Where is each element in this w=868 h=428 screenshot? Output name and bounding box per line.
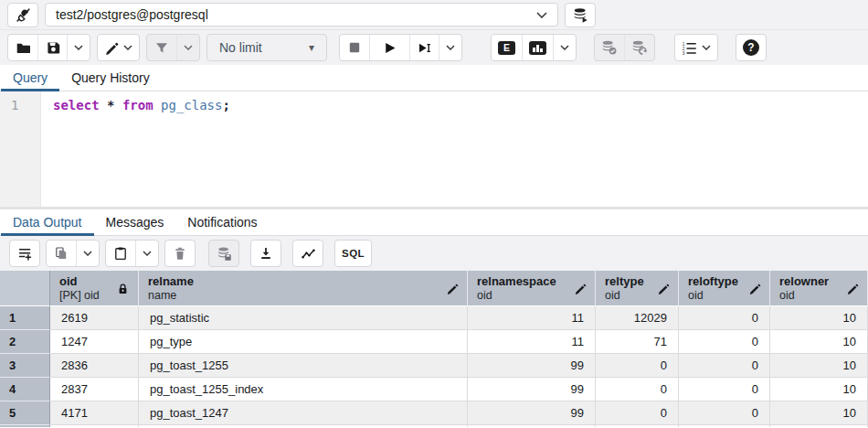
tab-data-output[interactable]: Data Output: [1, 209, 94, 235]
edit-menu-button[interactable]: [98, 35, 139, 60]
sql-star: *: [107, 98, 114, 112]
cell-relname[interactable]: pg_statistic: [139, 306, 468, 330]
column-header-oid[interactable]: oid [PK] oid: [50, 271, 139, 306]
filter-options-button[interactable]: [176, 35, 199, 60]
copy-button-group: [46, 240, 100, 267]
new-connection-button[interactable]: [565, 3, 596, 27]
connection-status-button[interactable]: [7, 3, 38, 27]
cell-relnamespace[interactable]: 99: [468, 354, 596, 378]
cell-relname[interactable]: pg_toast_1255_index: [139, 378, 468, 401]
save-data-changes-button[interactable]: [208, 240, 239, 267]
cell[interactable]: [679, 425, 770, 427]
cell[interactable]: [139, 425, 468, 427]
cell[interactable]: [770, 425, 868, 427]
cell-relnamespace[interactable]: 11: [468, 306, 596, 330]
cell-reloftype[interactable]: 0: [679, 378, 770, 401]
cell-reloftype[interactable]: 0: [679, 306, 770, 330]
tab-messages-label: Messages: [106, 215, 164, 230]
cell[interactable]: [50, 425, 139, 427]
play-icon: [382, 40, 397, 56]
column-header-reloftype[interactable]: reloftype oid: [679, 271, 770, 306]
row-selector[interactable]: 1: [0, 306, 50, 330]
svg-text:2: 2: [683, 46, 685, 50]
show-sql-button[interactable]: SQL: [334, 240, 372, 267]
row-selector[interactable]: 5: [0, 401, 50, 425]
cell-relowner[interactable]: 10: [770, 330, 868, 354]
editor-tabs: Query Query History: [0, 65, 868, 91]
tab-query[interactable]: Query: [1, 65, 59, 91]
paste-button[interactable]: [106, 241, 135, 266]
cell-relname[interactable]: pg_toast_1247: [139, 401, 468, 425]
cell-relowner[interactable]: 10: [770, 401, 868, 425]
row-selector[interactable]: 3: [0, 354, 50, 378]
execute-button[interactable]: [369, 35, 409, 60]
cell-reltype[interactable]: 0: [596, 378, 679, 401]
cell-relname[interactable]: pg_toast_1255: [139, 354, 468, 378]
cell-relnamespace[interactable]: 99: [468, 378, 596, 401]
cell-relnamespace[interactable]: 99: [468, 401, 596, 425]
row-limit-select[interactable]: No limit ▾: [206, 34, 327, 61]
rollback-button[interactable]: [624, 35, 654, 60]
explain-analyze-button[interactable]: [522, 35, 553, 60]
stop-icon: [347, 40, 362, 55]
cell-relowner[interactable]: 10: [770, 378, 868, 401]
macros-button[interactable]: 1 2 3: [675, 35, 717, 60]
select-all-cell[interactable]: [0, 271, 50, 306]
cell-reltype[interactable]: 12029: [596, 306, 679, 330]
sql-code-line[interactable]: select * from pg_class;: [41, 91, 230, 207]
cell-oid[interactable]: 2836: [50, 354, 139, 378]
stop-button[interactable]: [340, 35, 369, 60]
column-header-reltype[interactable]: reltype oid: [596, 271, 679, 306]
cell[interactable]: [468, 425, 596, 427]
copy-options-button[interactable]: [76, 241, 99, 266]
cell-reloftype[interactable]: 0: [679, 401, 770, 425]
save-file-button[interactable]: [37, 35, 67, 60]
column-header-relowner[interactable]: relowner oid: [770, 271, 868, 306]
explain-options-button[interactable]: [553, 35, 576, 60]
column-name: reltype: [605, 274, 644, 289]
row-selector[interactable]: [0, 425, 50, 427]
execute-options-button[interactable]: [439, 35, 461, 60]
connection-select[interactable]: test2/postgres@postgresql: [45, 3, 558, 27]
query-tool-window: test2/postgres@postgresql: [0, 0, 868, 427]
help-button[interactable]: ?: [736, 34, 767, 61]
graph-visualiser-button[interactable]: [292, 240, 323, 267]
cell-reltype[interactable]: 0: [596, 401, 679, 425]
cell-relname[interactable]: pg_type: [139, 330, 468, 354]
add-row-button[interactable]: [9, 240, 40, 267]
copy-button[interactable]: [47, 241, 76, 266]
paste-options-button[interactable]: [135, 241, 158, 266]
sql-editor[interactable]: 1 select * from pg_class;: [0, 91, 868, 207]
cell-oid[interactable]: 2619: [50, 306, 139, 330]
download-icon: [259, 246, 273, 261]
save-options-button[interactable]: [67, 35, 90, 60]
row-selector[interactable]: 4: [0, 378, 50, 401]
download-results-button[interactable]: [250, 240, 281, 267]
numbered-list-icon: 1 2 3: [682, 40, 697, 56]
cell-reloftype[interactable]: 0: [679, 330, 770, 354]
column-header-relnamespace[interactable]: relnamespace oid: [468, 271, 596, 306]
delete-row-button[interactable]: [164, 240, 196, 267]
tab-query-history[interactable]: Query History: [59, 65, 162, 91]
column-header-relname[interactable]: relname name: [139, 271, 468, 306]
tab-messages[interactable]: Messages: [94, 209, 176, 235]
cell[interactable]: [596, 425, 679, 427]
filter-button[interactable]: [147, 35, 176, 60]
cell-relowner[interactable]: 10: [770, 306, 868, 330]
tab-notifications[interactable]: Notifications: [175, 209, 269, 235]
cell-reltype[interactable]: 0: [596, 354, 679, 378]
row-selector[interactable]: 2: [0, 330, 50, 354]
cell-oid[interactable]: 1247: [50, 330, 139, 354]
output-tabs: Data Output Messages Notifications: [0, 209, 868, 236]
cell-reloftype[interactable]: 0: [679, 354, 770, 378]
cell-relowner[interactable]: 10: [770, 354, 868, 378]
explain-button[interactable]: E: [492, 35, 522, 60]
open-file-button[interactable]: [8, 35, 37, 60]
cell-reltype[interactable]: 71: [596, 330, 679, 354]
cell-oid[interactable]: 4171: [50, 401, 139, 425]
cell-relnamespace[interactable]: 11: [468, 330, 596, 354]
execute-to-cursor-button[interactable]: [409, 35, 439, 60]
cell-oid[interactable]: 2837: [50, 378, 139, 401]
column-name: reloftype: [688, 274, 738, 289]
commit-button[interactable]: [595, 35, 624, 60]
